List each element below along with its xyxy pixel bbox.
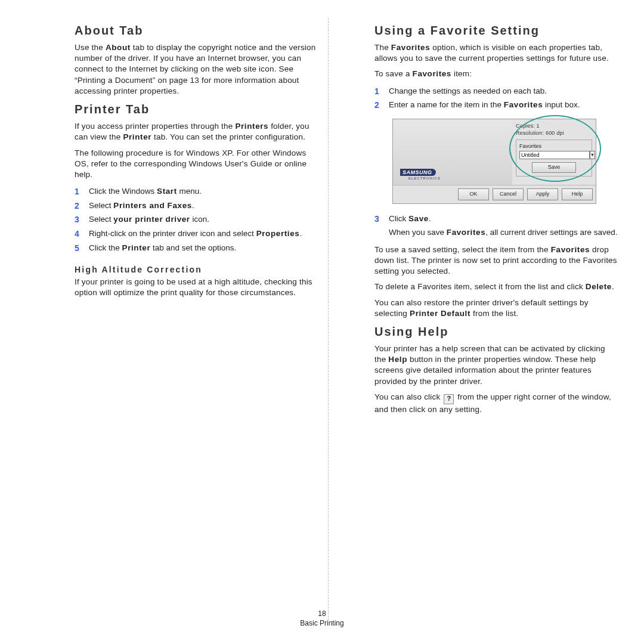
step-text: Change the settings as needed on each ta… [389,86,547,95]
text: tab. You can set the printer configurati… [151,132,305,141]
text: icon. [190,215,209,224]
context-help-icon[interactable]: ? [444,394,454,404]
resolution-readout: Resolution: 600 dpi [516,130,592,136]
step-number: 1 [374,86,382,98]
step-number: 4 [75,228,82,240]
high-altitude-heading: High Altitude Correction [75,265,319,274]
text: Select [89,201,113,210]
dialog-button-bar: OK Cancel Apply Help [393,185,596,203]
text-bold: your printer driver [113,215,190,224]
list-item: 2Select Printers and Faxes. [75,199,319,213]
favorites-group: Favorites ▼ Save [516,140,592,177]
dialog-preview-pane: SAMSUNG ELECTRONICS [393,119,512,185]
favorites-dropdown-button[interactable]: ▼ [590,151,595,159]
text: Enter a name for the item in the [389,100,504,109]
step-text: Click Save. [389,214,431,223]
text: input box. [543,100,580,109]
dialog-side-panel: Copies: 1 Resolution: 600 dpi Favorites … [512,119,596,185]
list-item: 1Click the Windows Start menu. [75,185,319,199]
favorite-p4: To use a saved setting, select the item … [374,244,619,277]
text-bold: Start [157,187,177,196]
text: Right-click on the printer driver icon a… [89,229,256,238]
text: To save a [374,69,413,78]
page-number: 18 [0,609,644,618]
text: Use the [75,43,106,52]
favorites-dialog-figure: SAMSUNG ELECTRONICS Copies: 1 Resolution… [392,119,619,204]
text: . [192,201,194,210]
text: . [612,282,614,291]
high-altitude-paragraph: If your printer is going to be used at a… [75,277,319,298]
text: . [299,229,302,238]
printer-steps-list: 1Click the Windows Start menu. 2Select P… [75,185,319,255]
using-help-p2: You can also click ? from the upper righ… [374,392,619,415]
list-item: 1Change the settings as needed on each t… [374,85,619,99]
step-number: 3 [75,214,82,226]
text-bold: Printer [122,243,151,252]
step-text: Enter a name for the item in the Favorit… [389,100,580,109]
text-bold: Favorites [413,69,451,78]
text: , all current driver settings are saved. [485,228,617,237]
text-bold: Printer Default [410,309,470,318]
text: Click [389,214,408,223]
list-item: 4Right-click on the printer driver icon … [75,227,319,242]
text: button in the printer properties window.… [374,355,596,385]
properties-dialog: SAMSUNG ELECTRONICS Copies: 1 Resolution… [392,119,596,204]
text: Click the Windows [89,187,157,196]
step-text: Select Printers and Faxes. [89,201,194,210]
printer-tab-heading: Printer Tab [75,103,319,116]
favorite-p6: You can also restore the printer driver'… [374,298,619,319]
printer-tab-p1: If you access printer properties through… [75,121,319,143]
text: The [374,43,391,52]
list-item: 5Click the Printer tab and set the optio… [75,242,319,256]
text: You can also click [374,392,442,401]
text-bold: Favorites [551,245,590,254]
text-bold: Properties [256,229,300,238]
text-bold: Favorites [391,43,430,52]
favorites-steps-list-2: 3 Click Save. When you save Favorites, a… [374,212,619,240]
text-bold: Printer [123,132,151,141]
brand-name: SAMSUNG [400,169,436,176]
step-extra: When you save Favorites, all current dri… [389,227,619,239]
right-column: Using a Favorite Setting The Favorites o… [374,18,619,420]
text: When you save [389,228,447,237]
using-help-p1: Your printer has a help screen that can … [374,343,619,387]
about-tab-paragraph: Use the About tab to display the copyrig… [75,42,319,97]
apply-button[interactable]: Apply [527,188,558,200]
favorites-save-button[interactable]: Save [532,162,576,173]
text: To delete a Favorites item, select it fr… [374,282,586,291]
text: Select [89,215,113,224]
ok-button[interactable]: OK [458,188,489,200]
step-number: 1 [75,186,82,198]
favorites-label: Favorites [519,143,589,149]
step-number: 2 [374,100,382,112]
step-number: 5 [75,243,82,255]
page-footer: 18 Basic Printing [0,609,644,627]
text-bold: Printers and Faxes [113,201,192,210]
brand-sub: ELECTRONICS [408,177,441,180]
footer-section: Basic Printing [0,619,644,627]
text: Click the [89,243,122,252]
text: To use a saved setting, select the item … [374,245,551,254]
favorite-setting-heading: Using a Favorite Setting [374,24,619,38]
text-bold: Printers [235,122,268,131]
help-button[interactable]: Help [562,188,593,200]
favorites-steps-list-1: 1Change the settings as needed on each t… [374,85,619,113]
brand-logo: SAMSUNG ELECTRONICS [400,169,441,180]
cancel-button[interactable]: Cancel [493,188,524,200]
text: If you access printer properties through… [75,122,235,131]
step-number: 2 [75,200,82,212]
step-text: Click the Windows Start menu. [89,187,202,196]
using-help-heading: Using Help [374,325,619,339]
favorites-name-input[interactable] [519,151,590,159]
text-bold: Save [408,214,429,223]
text: tab and set the options. [150,243,236,252]
step-number: 3 [374,213,382,239]
list-item: 3Select your printer driver icon. [75,213,319,227]
text-bold: Delete [586,282,612,291]
step-text: Click the Printer tab and set the option… [89,243,236,252]
favorite-p2: To save a Favorites item: [374,69,619,79]
favorite-p5: To delete a Favorites item, select it fr… [374,281,619,292]
text: menu. [177,187,202,196]
about-tab-heading: About Tab [75,24,319,38]
copies-readout: Copies: 1 [516,123,592,129]
